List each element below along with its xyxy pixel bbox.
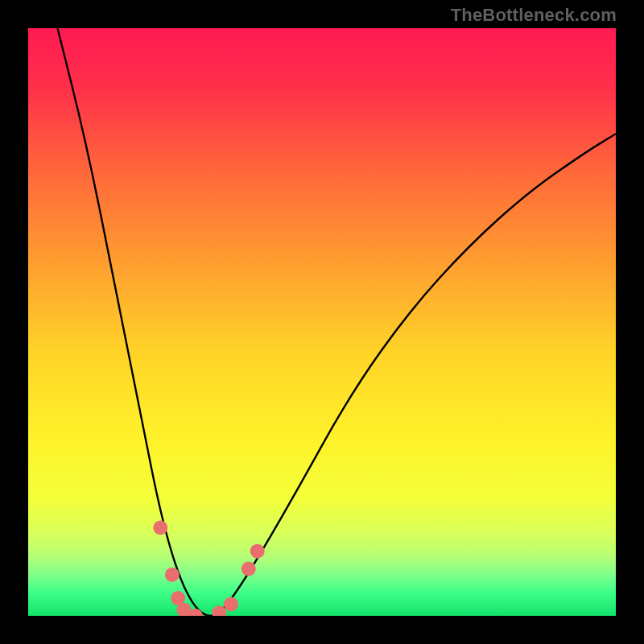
marker-group	[153, 521, 264, 617]
curve-layer	[28, 28, 616, 616]
chart-frame: TheBottleneck.com	[0, 0, 644, 644]
watermark-text: TheBottleneck.com	[451, 5, 617, 26]
right-dot-upper	[242, 562, 256, 576]
left-dot-upper	[153, 521, 167, 535]
left-dot-mid	[165, 568, 180, 582]
bottleneck-curve	[58, 28, 617, 616]
right-dot-low	[224, 597, 238, 611]
right-dot-top	[250, 544, 265, 559]
plot-area	[28, 28, 616, 616]
